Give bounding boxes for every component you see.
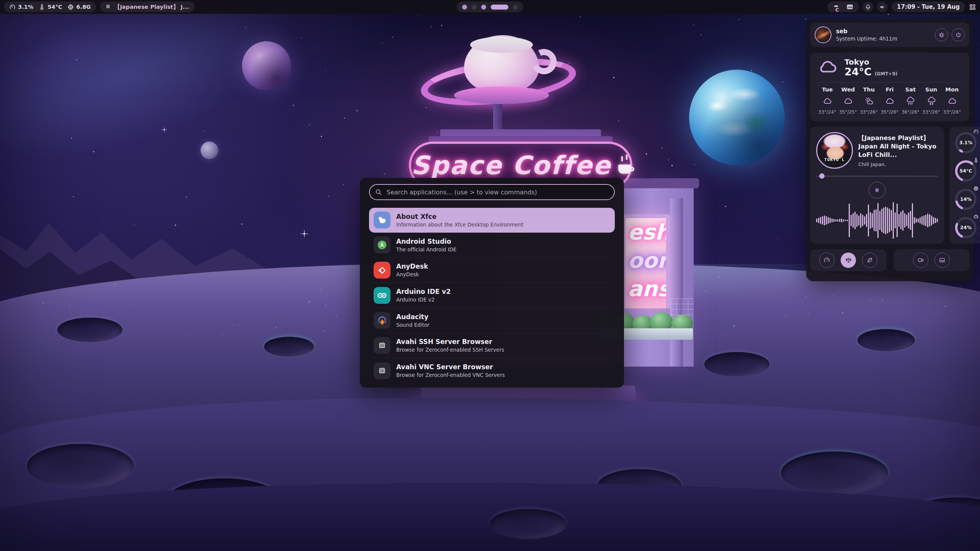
volume-button[interactable] [877, 2, 888, 12]
quick-settings-left [810, 249, 887, 271]
speedometer-icon [973, 129, 979, 136]
neon-sign-line: ans [626, 275, 666, 303]
waveform-bar [925, 215, 926, 226]
app-name: AnyDesk [396, 262, 428, 270]
app-row-audacity[interactable]: Audacity Sound Editor [369, 308, 615, 333]
track-subtitle: Chill Japan. [858, 161, 938, 167]
media-player-widget: TOKYO L 【Japanese Playlist】 Japan All Ni… [810, 127, 944, 244]
temperature-value: 54°C [47, 4, 62, 10]
wallpaper-icon[interactable] [846, 3, 853, 10]
gauge-value: 54°C [952, 168, 980, 174]
system-stats-widget[interactable]: 3.1% 54°C 6.8G [4, 2, 96, 12]
waveform-bar [841, 218, 842, 222]
waveform-bar [887, 207, 888, 233]
shop-pillar [670, 198, 683, 367]
cpu-usage-stat: 3.1% [9, 4, 33, 10]
pause-button[interactable] [869, 182, 885, 199]
waveform-bar [904, 213, 905, 228]
app-row-android-studio[interactable]: Android Studio The official Android IDE [369, 233, 615, 258]
app-description: AnyDesk [396, 271, 428, 277]
screenshot-button[interactable] [934, 253, 950, 268]
now-playing-widget[interactable]: 【Japanese Playlist】 J... [100, 2, 194, 12]
waveform-bar [935, 218, 936, 223]
waveform-bar [816, 218, 817, 222]
workspace-dot-empty[interactable] [513, 5, 518, 10]
app-description: Sound Editor [396, 322, 430, 328]
crater [781, 452, 888, 494]
waveform-bar [897, 204, 898, 237]
gauge-chip: 14% [952, 186, 980, 212]
waveform-bar [872, 213, 873, 228]
app-grid-icon[interactable] [969, 3, 976, 11]
search-input[interactable] [369, 184, 615, 200]
waveform-bar [875, 209, 877, 231]
power-icon [955, 32, 962, 38]
rain-icon [900, 96, 921, 106]
sign-text: Space Coffee [411, 151, 611, 180]
waveform-bar [914, 217, 915, 224]
workspace-dot-active[interactable] [491, 5, 508, 10]
gauge-cpu: 3.1% [952, 130, 980, 156]
forecast-day: Mon33°/26° [942, 86, 962, 115]
notifications-button[interactable] [862, 2, 873, 12]
tray-widget[interactable]: C [827, 2, 859, 12]
forecast-day: Tue33°/24° [817, 86, 838, 115]
partly-sunny-icon [859, 96, 879, 106]
app-row-anydesk[interactable]: AnyDesk AnyDesk [369, 258, 615, 283]
image-icon [939, 257, 946, 264]
top-panel: 3.1% 54°C 6.8G [0, 0, 980, 14]
system-uptime: System Uptime: 4h11m [836, 36, 897, 42]
scales-icon [845, 257, 852, 264]
app-row-about-xfce[interactable]: About Xfce Information about the Xfce De… [369, 208, 615, 233]
weather-widget: Tokyo 24°C (GMT+9) Tue33°/24°Wed35°/25°T… [810, 52, 969, 121]
cup-saucer [454, 86, 549, 104]
waveform-bar [858, 215, 859, 225]
waveform-bar [866, 214, 867, 227]
clock-widget[interactable]: 17:09 - Tue, 19 Aug [892, 2, 965, 12]
power-button[interactable] [952, 28, 965, 41]
screen: esh oon ans Space Coffee [0, 0, 980, 551]
app-launcher: About Xfce Information about the Xfce De… [360, 178, 624, 388]
memory-stat: 6.8G [67, 4, 91, 10]
app-row-arduino[interactable]: Arduino IDE v2 Arduino IDE v2 [369, 283, 615, 308]
waveform-bar [851, 215, 852, 226]
workspace-dot-occupied[interactable] [481, 5, 486, 10]
anydesk-icon [374, 262, 390, 279]
phone-status-icon[interactable]: C [833, 3, 840, 10]
screen-record-button[interactable] [913, 253, 928, 268]
waveform-bar [826, 216, 827, 225]
app-description: Arduino IDE v2 [396, 297, 451, 303]
powersave-mode-button[interactable] [862, 253, 877, 268]
waveform-bar [856, 214, 858, 227]
album-art-text: TOKYO L [817, 157, 852, 162]
app-row-avahi-vnc[interactable]: Avahi VNC Server Browser Browse for Zero… [369, 358, 615, 383]
xfce-mouse-icon [374, 212, 390, 228]
waveform-bar [830, 218, 831, 223]
waveform-bar [835, 219, 836, 222]
forecast-day-label: Fri [879, 86, 900, 93]
performance-mode-button[interactable] [819, 253, 835, 268]
speedometer-icon [823, 257, 830, 264]
progress-handle[interactable] [819, 173, 825, 179]
waveform-bar [868, 204, 869, 236]
neon-sign-line: esh [626, 218, 666, 246]
waveform-bar [929, 214, 930, 227]
waveform-bar [918, 218, 919, 222]
forecast-day-label: Wed [838, 86, 858, 93]
forecast-temps: 33°/26° [942, 109, 962, 115]
avatar [815, 26, 831, 43]
leaf-icon [866, 257, 873, 264]
track-progress-slider[interactable] [816, 173, 938, 179]
workspace-dot-empty[interactable] [472, 5, 477, 10]
gauge-value: 14% [952, 196, 980, 202]
temperature-stat: 54°C [39, 4, 62, 10]
settings-button[interactable] [935, 28, 948, 41]
waveform-bar [874, 210, 875, 231]
search-icon [375, 188, 382, 196]
workspace-dot-occupied[interactable] [462, 5, 467, 10]
balanced-mode-button[interactable] [841, 253, 856, 268]
waveform-bar [931, 215, 932, 225]
app-row-avahi-ssh[interactable]: Avahi SSH Server Browser Browse for Zero… [369, 333, 615, 359]
waveform-bar [854, 212, 856, 229]
waveform-bar [877, 203, 879, 238]
